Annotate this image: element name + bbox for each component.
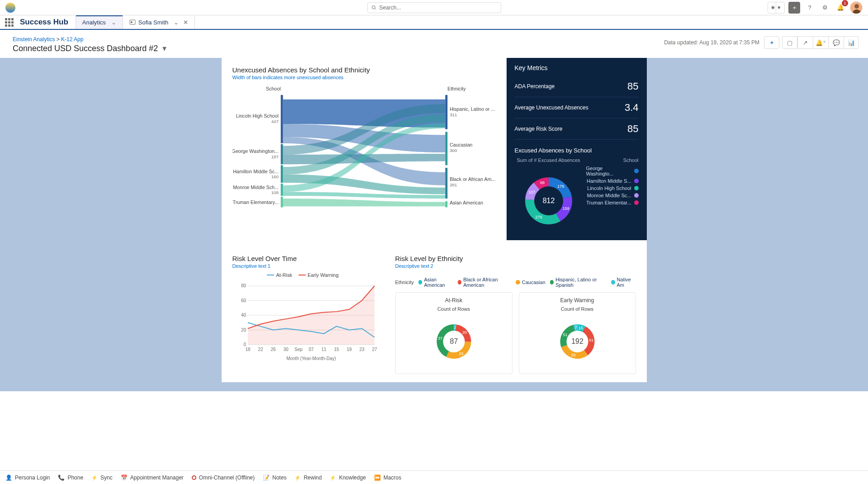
panel-title: Key Metrics <box>515 64 639 71</box>
svg-text:20: 20 <box>241 327 246 332</box>
metric-label: Average Risk Score <box>515 126 563 132</box>
page-header: Einstein Analytics > K-12 App Connected … <box>0 30 868 58</box>
risk-time-chart[interactable]: 02040608018222630Sep071115192327Month (Y… <box>232 281 377 363</box>
early-card: Early Warning Count of Rows 156158517192 <box>519 292 636 374</box>
svg-text:Ethnicity: Ethnicity <box>447 86 466 91</box>
tab-analytics[interactable]: Analytics ⌄ <box>76 15 123 29</box>
svg-text:George Washington...: George Washington... <box>232 148 279 154</box>
chevron-down-icon[interactable]: ⌄ <box>174 19 179 26</box>
svg-text:30: 30 <box>283 347 289 352</box>
sankey-chart[interactable]: School Ethnicity Lincoln Hi <box>232 80 496 216</box>
svg-text:87: 87 <box>450 337 458 345</box>
setup-button[interactable]: ⚙ <box>819 2 831 14</box>
svg-text:28: 28 <box>459 351 463 356</box>
svg-text:07: 07 <box>308 347 314 352</box>
svg-rect-10 <box>280 165 283 183</box>
gear-icon: ⚙ <box>822 4 828 11</box>
chevron-down-icon[interactable]: ⌄ <box>111 19 116 26</box>
explore-button[interactable]: 📊 <box>844 36 859 49</box>
global-search[interactable]: Search... <box>367 2 501 13</box>
tab-label: Sofia Smith <box>138 19 168 26</box>
svg-text:159: 159 <box>562 206 569 211</box>
svg-line-1 <box>375 8 376 9</box>
risk-ethnicity-panel: Risk Level by Ethnicity Descriptive text… <box>384 247 647 382</box>
contact-icon <box>129 19 136 25</box>
svg-text:Asian American: Asian American <box>450 200 483 205</box>
svg-text:Caucasian: Caucasian <box>450 142 472 147</box>
app-name: Success Hub <box>18 15 76 29</box>
svg-rect-15 <box>445 168 447 199</box>
card-title: At-Risk <box>400 297 508 304</box>
atrisk-card: At-Risk Count of Rows 220283787 <box>395 292 512 374</box>
help-button[interactable]: ? <box>804 2 816 14</box>
svg-point-5 <box>131 21 133 23</box>
card-sub: Count of Rows <box>400 306 508 312</box>
svg-text:Month (Year-Month-Day): Month (Year-Month-Day) <box>286 356 336 361</box>
add-button[interactable]: ＋ <box>788 2 800 14</box>
metric-value: 3.4 <box>625 102 639 114</box>
breadcrumb: Einstein Analytics > K-12 App <box>13 36 166 43</box>
svg-text:187: 187 <box>271 154 278 159</box>
svg-rect-12 <box>280 197 283 207</box>
panel-subtitle: Width of bars indicates more unexcused a… <box>232 75 496 80</box>
share-button[interactable]: ↗ <box>797 36 813 49</box>
svg-text:7: 7 <box>574 325 577 330</box>
avatar-image <box>850 1 862 14</box>
svg-text:18: 18 <box>245 347 251 352</box>
breadcrumb-link[interactable]: Einstein Analytics <box>13 36 55 43</box>
svg-text:15: 15 <box>579 326 583 330</box>
svg-text:61: 61 <box>589 338 593 342</box>
breadcrumb-link[interactable]: K-12 App <box>61 36 83 43</box>
title-dropdown[interactable]: ▾ <box>162 43 166 53</box>
panel-title: Unexcused Absences by School and Ethnici… <box>232 66 496 74</box>
svg-text:40: 40 <box>241 313 246 318</box>
svg-text:Black or African Am...: Black or African Am... <box>450 176 495 182</box>
share-icon: ↗ <box>803 39 808 46</box>
card-sub: Count of Rows <box>524 306 631 312</box>
svg-text:0: 0 <box>243 342 246 347</box>
excused-donut-chart[interactable]: 17915927910788812 <box>515 165 583 233</box>
svg-text:447: 447 <box>271 119 278 124</box>
risk-time-panel: Risk Level Over Time Descriptive text 1 … <box>222 247 384 382</box>
notifications-button[interactable]: 🔔 1 <box>835 2 846 14</box>
svg-text:22: 22 <box>258 347 263 352</box>
svg-text:80: 80 <box>241 283 246 288</box>
bell-plus-icon: 🔔⁺ <box>816 39 826 46</box>
app-launcher[interactable] <box>0 15 18 29</box>
early-donut[interactable]: 156158517192 <box>524 313 631 368</box>
svg-rect-8 <box>280 95 283 143</box>
legend-label: Ethnicity <box>395 280 414 285</box>
svg-text:Hamilton Middle Sc...: Hamilton Middle Sc... <box>233 169 279 174</box>
question-icon: ? <box>808 4 811 11</box>
metric-label: ADA Percentage <box>515 83 555 90</box>
search-icon <box>371 5 377 10</box>
tab-contact[interactable]: Sofia Smith ⌄ ✕ <box>123 15 195 29</box>
panel-title: Risk Level Over Time <box>232 255 374 262</box>
panel-title: Risk Level by Ethnicity <box>395 255 636 262</box>
user-avatar[interactable] <box>850 1 863 14</box>
favorites-button[interactable]: ★ ▾ <box>768 2 785 14</box>
legend-header: School <box>586 157 639 163</box>
annotate-button[interactable]: 💬 <box>828 36 844 49</box>
svg-text:Truman Elementary...: Truman Elementary... <box>232 199 278 205</box>
svg-text:27: 27 <box>372 347 377 352</box>
svg-point-2 <box>854 4 859 9</box>
close-icon[interactable]: ✕ <box>183 19 188 26</box>
svg-rect-13 <box>445 95 447 129</box>
svg-text:23: 23 <box>359 347 365 352</box>
svg-text:311: 311 <box>450 112 457 117</box>
comment-icon: 💬 <box>833 39 840 46</box>
data-updated-label: Data updated: Aug 19, 2020 at 7:35 PM <box>664 39 759 46</box>
search-placeholder: Search... <box>379 5 401 11</box>
atrisk-donut[interactable]: 220283787 <box>400 313 508 368</box>
subscribe-button[interactable]: 🔔⁺ <box>813 36 828 49</box>
svg-text:88: 88 <box>540 180 544 185</box>
page-title: Connected USD Success Dashboard #2 ▾ <box>13 43 166 53</box>
einstein-button[interactable]: ✦ <box>764 36 779 49</box>
panel-title: Excused Absences by School <box>515 147 639 154</box>
svg-text:15: 15 <box>334 347 339 352</box>
metric-value: 85 <box>627 81 638 92</box>
sankey-panel: Unexcused Absences by School and Ethnici… <box>222 58 507 240</box>
svg-text:192: 192 <box>571 337 583 345</box>
present-button[interactable]: ▢ <box>782 36 797 49</box>
